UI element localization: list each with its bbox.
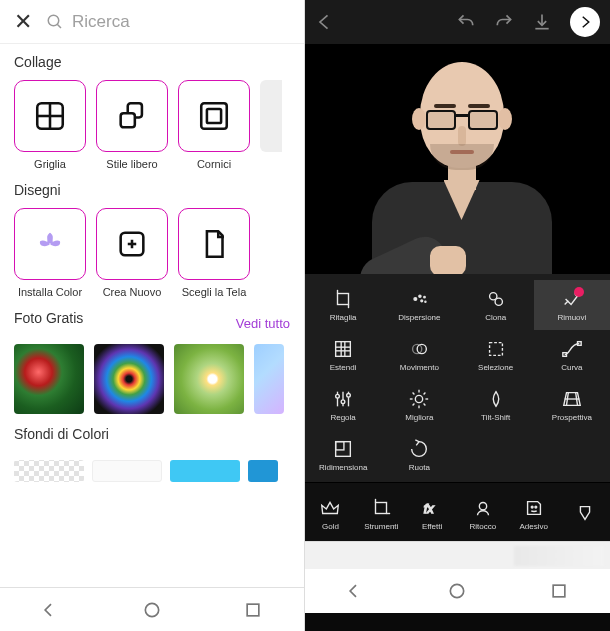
svg-rect-55 xyxy=(336,442,344,450)
nav-back-icon[interactable] xyxy=(346,581,366,601)
svg-point-60 xyxy=(479,503,486,510)
search-input[interactable]: Ricerca xyxy=(46,12,130,32)
tool-resize[interactable]: Ridimensiona xyxy=(305,430,381,480)
section-title-foto: Foto Gratis xyxy=(14,310,83,326)
disegni-item-label: Scegli la Tela xyxy=(178,286,250,298)
svg-rect-7 xyxy=(201,103,227,129)
svg-line-48 xyxy=(424,404,426,406)
photo-thumb[interactable] xyxy=(14,344,84,414)
color-swatch-blue[interactable] xyxy=(248,460,278,482)
disegni-item-label: Installa Color xyxy=(14,286,86,298)
tool-curve[interactable]: Curva xyxy=(534,330,610,380)
disegni-color-button[interactable] xyxy=(14,208,86,280)
collage-freestyle-button[interactable] xyxy=(96,80,168,152)
color-swatch-white[interactable] xyxy=(92,460,162,482)
svg-rect-34 xyxy=(563,353,567,357)
nav-recent-icon[interactable] xyxy=(549,581,569,601)
svg-rect-64 xyxy=(553,585,565,597)
svg-line-50 xyxy=(413,404,415,406)
collage-grid-button[interactable] xyxy=(14,80,86,152)
section-title-disegni: Disegni xyxy=(14,182,290,198)
svg-rect-15 xyxy=(338,294,349,305)
svg-point-22 xyxy=(425,301,426,302)
svg-point-63 xyxy=(451,584,464,597)
disegni-item-label: Crea Nuovo xyxy=(96,286,168,298)
color-swatch-transparent[interactable] xyxy=(14,460,84,482)
page-icon xyxy=(197,227,231,261)
svg-point-12 xyxy=(145,603,158,616)
svg-point-39 xyxy=(336,394,340,398)
section-title-collage: Collage xyxy=(14,54,290,70)
disegni-new-button[interactable] xyxy=(96,208,168,280)
svg-rect-56 xyxy=(376,503,387,514)
search-icon xyxy=(46,13,64,31)
photo-thumb[interactable] xyxy=(174,344,244,414)
bottom-tool-more[interactable] xyxy=(559,489,610,539)
grid-icon xyxy=(33,99,67,133)
tool-rotate[interactable]: Ruota xyxy=(381,430,457,480)
undo-icon[interactable] xyxy=(456,12,476,32)
redo-icon[interactable] xyxy=(494,12,514,32)
back-icon[interactable] xyxy=(315,12,335,32)
svg-rect-35 xyxy=(577,342,581,346)
nav-back-icon[interactable] xyxy=(41,600,61,620)
bottom-tool-crown[interactable]: Gold xyxy=(305,489,356,539)
tool-crop[interactable]: Ritaglia xyxy=(305,280,381,330)
tool-dispersion[interactable]: Dispersione xyxy=(381,280,457,330)
tool-remove[interactable]: Rimuovi xyxy=(534,280,610,330)
canvas-preview[interactable] xyxy=(305,44,610,274)
portrait-illustration xyxy=(358,62,558,274)
section-title-sfondi: Sfondi di Colori xyxy=(14,426,290,442)
svg-rect-6 xyxy=(121,113,135,127)
color-swatch-cyan[interactable] xyxy=(170,460,240,482)
svg-point-0 xyxy=(48,15,59,26)
tool-adjust[interactable]: Regola xyxy=(305,380,381,430)
nav-home-icon[interactable] xyxy=(142,600,162,620)
svg-text:fx: fx xyxy=(424,501,435,516)
svg-line-47 xyxy=(413,393,415,395)
frames-icon xyxy=(197,99,231,133)
bottom-tool-retouch[interactable]: Ritocco xyxy=(457,489,508,539)
collage-item-label: Griglia xyxy=(14,158,86,170)
svg-point-61 xyxy=(531,506,533,508)
next-button[interactable] xyxy=(570,7,600,37)
tool-stretch[interactable]: Estendi xyxy=(305,330,381,380)
photo-thumb[interactable] xyxy=(94,344,164,414)
freestyle-icon xyxy=(115,99,149,133)
bottom-tool-fx[interactable]: fxEffetti xyxy=(407,489,458,539)
close-icon[interactable]: ✕ xyxy=(14,9,32,35)
tool-clone[interactable]: Clona xyxy=(458,280,534,330)
bottom-tool-sticker[interactable]: Adesivo xyxy=(508,489,559,539)
tool-tiltshift[interactable]: Tilt-Shift xyxy=(458,380,534,430)
svg-rect-8 xyxy=(207,109,221,123)
search-placeholder: Ricerca xyxy=(72,12,130,32)
tool-motion[interactable]: Movimento xyxy=(381,330,457,380)
photo-thumb[interactable] xyxy=(254,344,284,414)
svg-rect-13 xyxy=(247,604,259,616)
svg-rect-26 xyxy=(336,342,351,357)
lotus-icon xyxy=(33,227,67,261)
plus-icon xyxy=(115,227,149,261)
bottom-tool-crop2[interactable]: Strumenti xyxy=(356,489,407,539)
collage-more-peek[interactable] xyxy=(260,80,282,152)
svg-point-18 xyxy=(414,298,417,301)
svg-point-42 xyxy=(416,395,423,402)
svg-point-19 xyxy=(419,295,421,297)
tool-perspective[interactable]: Prospettiva xyxy=(534,380,610,430)
tool-enhance[interactable]: Migliora xyxy=(381,380,457,430)
see-all-link[interactable]: Vedi tutto xyxy=(236,316,290,331)
collage-frames-button[interactable] xyxy=(178,80,250,152)
svg-point-21 xyxy=(424,296,425,297)
svg-rect-33 xyxy=(489,343,502,356)
svg-rect-54 xyxy=(336,442,351,457)
svg-point-40 xyxy=(341,400,345,404)
nav-recent-icon[interactable] xyxy=(243,600,263,620)
svg-point-20 xyxy=(421,300,423,302)
disegni-canvas-button[interactable] xyxy=(178,208,250,280)
collage-item-label: Cornici xyxy=(178,158,250,170)
svg-point-41 xyxy=(347,394,351,398)
svg-line-49 xyxy=(424,393,426,395)
tool-selection[interactable]: Selezione xyxy=(458,330,534,380)
download-icon[interactable] xyxy=(532,12,552,32)
nav-home-icon[interactable] xyxy=(447,581,467,601)
